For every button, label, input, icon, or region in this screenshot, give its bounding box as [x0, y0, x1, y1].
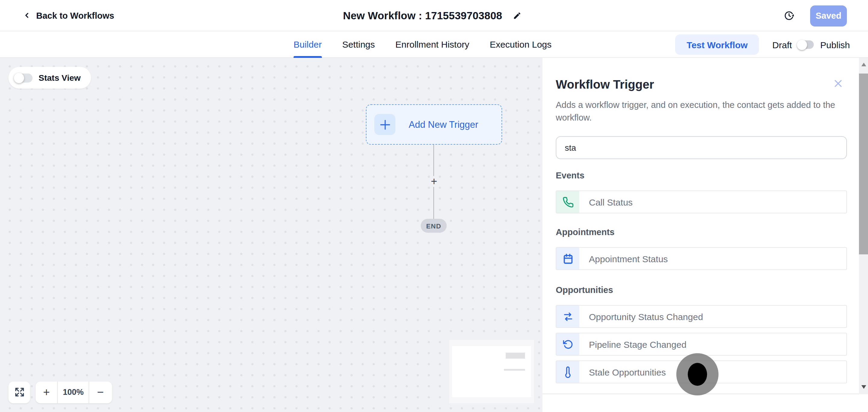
- trigger-option-appointment-status[interactable]: Appointment Status: [556, 247, 847, 270]
- section-heading-appointments: Appointments: [556, 227, 847, 237]
- draft-label: Draft: [772, 39, 792, 50]
- stats-view-toggle-knob: [14, 73, 24, 83]
- phone-icon: [556, 191, 579, 213]
- trigger-option-label: Pipeline Stage Changed: [589, 339, 687, 349]
- minimap-node: [506, 353, 525, 359]
- add-step-plus-button[interactable]: +: [429, 176, 439, 187]
- tab-bar: Builder Settings Enrollment History Exec…: [293, 31, 572, 58]
- back-label: Back to Workflows: [36, 10, 114, 20]
- minimap-node: [504, 369, 525, 371]
- trigger-option-label: Call Status: [589, 197, 632, 207]
- zoom-in-button[interactable]: +: [36, 381, 58, 403]
- scrollbar-down-arrow[interactable]: [859, 380, 868, 393]
- test-workflow-button[interactable]: Test Workflow: [675, 34, 759, 55]
- panel-description: Adds a workflow trigger, and on executio…: [556, 99, 840, 124]
- zoom-level: 100%: [58, 381, 89, 403]
- stats-view-control: Stats View: [8, 67, 91, 89]
- add-new-trigger-node[interactable]: Add New Trigger: [366, 104, 502, 145]
- trigger-option-label: Opportunity Status Changed: [589, 311, 703, 322]
- tab-builder[interactable]: Builder: [293, 31, 321, 58]
- zoom-out-button[interactable]: −: [89, 381, 112, 403]
- cursor-dot: [688, 363, 707, 386]
- edit-title-pencil-icon[interactable]: [513, 11, 521, 20]
- trigger-search-input[interactable]: [556, 136, 847, 159]
- back-to-workflows-button[interactable]: Back to Workflows: [0, 10, 114, 20]
- tab-enrollment-history[interactable]: Enrollment History: [396, 31, 469, 58]
- zoom-control: + 100% −: [36, 381, 112, 403]
- tab-settings[interactable]: Settings: [342, 31, 375, 58]
- trigger-panel-scroll-area: Workflow Trigger Adds a workflow trigger…: [542, 58, 859, 394]
- workflow-title: New Workflow : 1715539703808: [343, 9, 502, 22]
- builder-canvas[interactable]: Stats View Add New Trigger + END + 100% …: [0, 58, 542, 412]
- saved-button[interactable]: Saved: [810, 5, 847, 26]
- trigger-option-label: Stale Opportunities: [589, 367, 666, 377]
- calendar-icon: [556, 248, 579, 270]
- workflow-builder-app: Back to Workflows New Workflow : 1715539…: [0, 0, 868, 412]
- close-icon[interactable]: [833, 78, 843, 89]
- trigger-option-call-status[interactable]: Call Status: [556, 190, 847, 213]
- plus-icon: [374, 114, 396, 135]
- minimap-viewport: [452, 346, 531, 397]
- top-header: Back to Workflows New Workflow : 1715539…: [0, 0, 868, 31]
- stats-view-label: Stats View: [38, 73, 81, 83]
- scrollbar-thumb[interactable]: [859, 73, 868, 254]
- publish-label: Publish: [820, 39, 850, 50]
- connector-line: [433, 187, 434, 219]
- chevron-left-icon: [23, 11, 31, 20]
- end-node-badge: END: [421, 219, 447, 233]
- trigger-option-pipeline-stage-changed[interactable]: Pipeline Stage Changed: [556, 333, 847, 356]
- thermometer-icon: [556, 361, 579, 383]
- add-new-trigger-label: Add New Trigger: [409, 119, 478, 130]
- publish-toggle-knob: [797, 39, 807, 50]
- trigger-option-opportunity-status-changed[interactable]: Opportunity Status Changed: [556, 305, 847, 328]
- tab-execution-logs[interactable]: Execution Logs: [490, 31, 552, 58]
- panel-title: Workflow Trigger: [556, 77, 654, 92]
- trigger-option-label: Appointment Status: [589, 253, 668, 264]
- canvas-minimap[interactable]: [449, 340, 534, 403]
- click-cursor-indicator: [676, 353, 718, 395]
- section-heading-opportunities: Opportunities: [556, 285, 847, 295]
- refresh-icon: [556, 333, 579, 355]
- publish-toggle[interactable]: [798, 40, 814, 49]
- section-heading-events: Events: [556, 170, 847, 181]
- connector-line: [433, 145, 434, 176]
- workflow-subnav: Builder Settings Enrollment History Exec…: [0, 31, 868, 58]
- scrollbar-up-arrow[interactable]: [859, 58, 868, 71]
- expand-arrows-icon: [13, 386, 25, 398]
- stats-view-toggle[interactable]: [14, 73, 33, 82]
- version-history-clock-icon[interactable]: [784, 10, 795, 21]
- transfer-arrows-icon: [556, 306, 579, 327]
- fit-view-button[interactable]: [8, 381, 30, 403]
- panel-scrollbar[interactable]: [859, 58, 868, 394]
